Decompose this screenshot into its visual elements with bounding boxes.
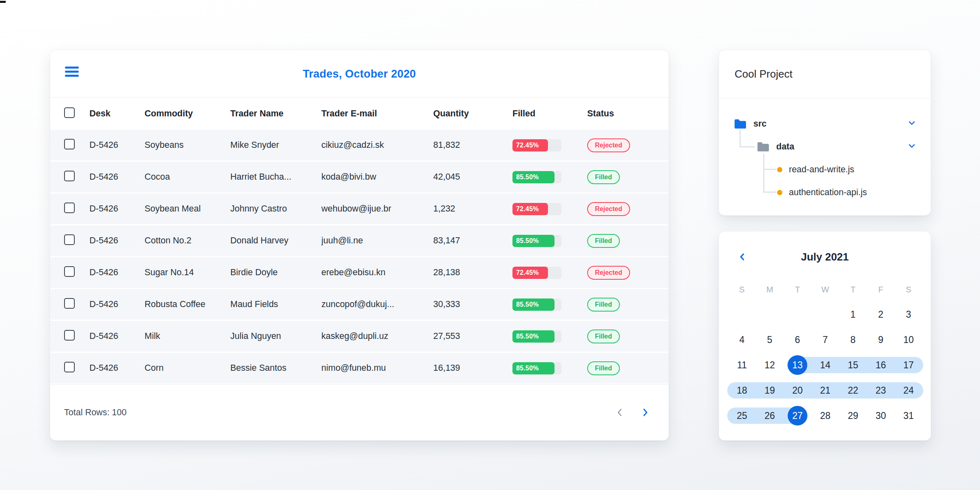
calendar-day-30[interactable]: 30: [867, 403, 895, 428]
calendar-day-20[interactable]: 20: [784, 378, 811, 403]
cell-filled: 72.45%: [512, 203, 587, 215]
trades-table-card: Trades, October 2020 DeskCommodityTrader…: [50, 50, 669, 441]
calendar-day-4[interactable]: 4: [728, 327, 756, 352]
progress-fill: 85.50%: [512, 171, 555, 183]
status-badge: Filled: [587, 361, 620, 375]
cell-desk: D-5426: [89, 299, 145, 310]
select-all-cell: [64, 107, 89, 120]
table-row: D-5426Sugar No.14Birdie Doyleerebe@ebisu…: [50, 257, 668, 288]
calendar-day-26[interactable]: 26: [756, 403, 784, 428]
column-header-desk: Desk: [89, 109, 145, 119]
calendar-day-2[interactable]: 2: [867, 302, 895, 327]
calendar-day-1[interactable]: 1: [839, 302, 867, 327]
day-of-week-label: M: [756, 285, 784, 294]
calendar-day-5[interactable]: 5: [756, 327, 784, 352]
cell-desk: D-5426: [89, 204, 145, 214]
cell-status: Filled: [587, 361, 668, 375]
calendar-day-22[interactable]: 22: [839, 378, 867, 403]
cell-trader-email: juuh@li.ne: [321, 236, 433, 246]
cell-trader-email: zuncopof@dukuj...: [321, 299, 433, 310]
calendar-week-row: 45678910: [719, 327, 931, 352]
calendar-day-14[interactable]: 14: [811, 352, 839, 378]
cell-trader-email: wehubow@ijue.br: [321, 204, 433, 214]
select-all-checkbox[interactable]: [64, 107, 75, 118]
calendar-day-15[interactable]: 15: [839, 352, 867, 378]
row-checkbox[interactable]: [64, 298, 75, 309]
row-checkbox[interactable]: [64, 139, 75, 149]
calendar-day-12[interactable]: 12: [756, 352, 784, 378]
calendar-day-25[interactable]: 25: [728, 403, 756, 428]
cell-filled: 85.50%: [512, 362, 587, 374]
calendar-day-23[interactable]: 23: [867, 378, 895, 403]
cell-quantity: 30,333: [433, 299, 512, 310]
table-body: D-5426SoybeansMike Snydercikiuz@cadzi.sk…: [50, 130, 668, 383]
cell-trader-email: nimo@funeb.mu: [321, 363, 433, 373]
tree-file-read-and-write-js[interactable]: read-and-write.js: [719, 158, 931, 181]
calendar-prev-month-button[interactable]: [735, 250, 749, 264]
row-checkbox[interactable]: [64, 171, 75, 181]
tree-folder-data[interactable]: data: [719, 135, 931, 158]
cell-commodity: Soybeans: [145, 140, 230, 150]
day-of-week-label: S: [728, 285, 756, 294]
prev-page-button[interactable]: [613, 405, 627, 419]
cell-quantity: 42,045: [433, 172, 512, 182]
next-page-button[interactable]: [638, 405, 652, 419]
day-of-week-row: SMTWTFS: [719, 281, 931, 298]
calendar-day-3[interactable]: 3: [895, 302, 922, 327]
progress-fill: 85.50%: [512, 235, 555, 247]
calendar-day-31[interactable]: 31: [895, 403, 922, 428]
calendar-day-27[interactable]: 27: [784, 403, 811, 428]
calendar-day-16[interactable]: 16: [867, 352, 895, 378]
chevron-down-icon[interactable]: [908, 142, 916, 151]
cell-filled: 72.45%: [512, 139, 587, 151]
table-title: Trades, October 2020: [50, 50, 668, 98]
row-checkbox[interactable]: [64, 203, 75, 213]
tree-folder-src[interactable]: src: [719, 112, 931, 135]
calendar-day-11[interactable]: 11: [728, 352, 756, 378]
tree-file-authentication-api-js[interactable]: authentication-api.js: [719, 181, 931, 204]
calendar-day-17[interactable]: 17: [895, 352, 922, 378]
cell-trader-email: erebe@ebisu.kn: [321, 267, 433, 278]
table-row: D-5426CornBessie Santosnimo@funeb.mu16,1…: [50, 353, 668, 383]
cell-trader-name: Harriet Bucha...: [230, 172, 321, 182]
calendar-day-7[interactable]: 7: [811, 327, 839, 352]
pagination: [613, 405, 652, 419]
day-of-week-label: T: [784, 285, 811, 294]
progress-bar: 85.50%: [512, 298, 561, 311]
calendar-day-18[interactable]: 18: [728, 378, 756, 403]
cell-quantity: 83,147: [433, 236, 512, 246]
chevron-down-icon[interactable]: [908, 119, 916, 129]
calendar-day-8[interactable]: 8: [839, 327, 867, 352]
cell-trader-name: Mike Snyder: [230, 140, 321, 150]
row-checkbox[interactable]: [64, 362, 75, 372]
selected-day: 27: [788, 406, 807, 425]
calendar-day-6[interactable]: 6: [784, 327, 811, 352]
cell-trader-name: Birdie Doyle: [230, 267, 321, 278]
cell-commodity: Corn: [145, 363, 230, 373]
cell-filled: 85.50%: [512, 330, 587, 343]
calendar-day-10[interactable]: 10: [895, 327, 922, 352]
progress-fill: 72.45%: [512, 139, 548, 151]
calendar-day-19[interactable]: 19: [756, 378, 784, 403]
row-checkbox[interactable]: [64, 234, 75, 245]
calendar-day-empty: [784, 302, 811, 327]
calendar-day-9[interactable]: 9: [867, 327, 895, 352]
cell-commodity: Sugar No.14: [145, 267, 230, 278]
calendar-day-21[interactable]: 21: [811, 378, 839, 403]
calendar-day-24[interactable]: 24: [895, 378, 922, 403]
corner-artifact: [0, 1, 6, 3]
cell-commodity: Cocoa: [145, 172, 230, 182]
progress-bar: 85.50%: [512, 235, 561, 247]
progress-bar: 72.45%: [512, 139, 561, 151]
file-dot-icon: [777, 167, 782, 172]
row-checkbox[interactable]: [64, 266, 75, 277]
calendar-day-28[interactable]: 28: [811, 403, 839, 428]
calendar-card: July 2021 SMTWTFS 1234567891011121314151…: [719, 231, 931, 441]
calendar-day-29[interactable]: 29: [839, 403, 867, 428]
calendar-day-13[interactable]: 13: [784, 352, 811, 378]
column-header-quantity: Quantity: [433, 109, 512, 119]
row-checkbox[interactable]: [64, 330, 75, 341]
calendar-day-empty: [756, 302, 784, 327]
cell-filled: 85.50%: [512, 235, 587, 247]
day-of-week-label: W: [811, 285, 839, 294]
